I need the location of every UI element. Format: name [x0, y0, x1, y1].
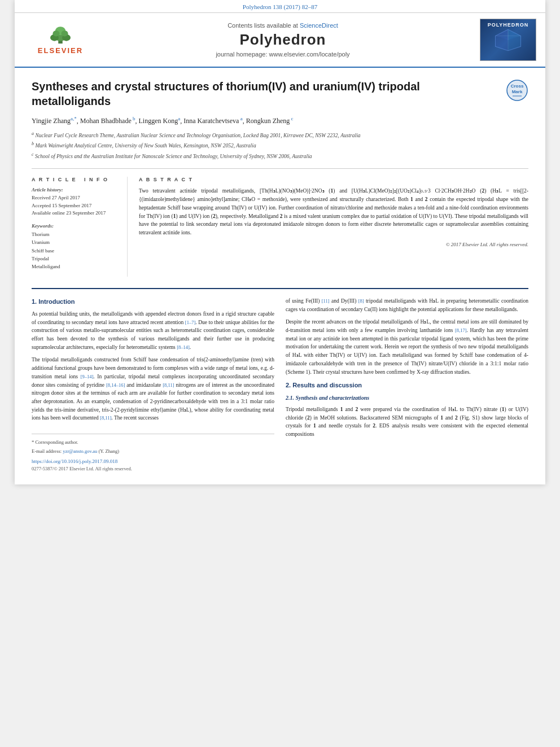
introduction-heading: 1. Introduction — [32, 297, 274, 307]
journal-cover-image: POLYHEDRON — [480, 19, 536, 61]
elsevier-label: ELSEVIER — [38, 46, 83, 55]
journal-volume-pages: Polyhedron 138 (2017) 82–87 — [243, 3, 317, 10]
doi-link[interactable]: https://doi.org/10.1016/j.poly.2017.09.0… — [32, 458, 274, 466]
footnote-section: * Corresponding author. E-mail address: … — [32, 434, 274, 473]
article-info-column: A R T I C L E I N F O Article history: R… — [32, 177, 128, 276]
abstract-text: Two tetravalent actinide tripodal metall… — [139, 187, 528, 237]
intro-para-2: The tripodal metalloligands constructed … — [32, 356, 274, 422]
main-body: 1. Introduction As potential building un… — [32, 288, 528, 473]
info-abstract-section: A R T I C L E I N F O Article history: R… — [32, 168, 528, 276]
keyword-tripodal: Tripodal — [32, 255, 119, 263]
intro-para-1: As potential building units, the metallo… — [32, 310, 274, 352]
article-page: Polyhedron 138 (2017) 82–87 ELSEVIER Con… — [15, 0, 545, 484]
abstract-label: A B S T R A C T — [139, 177, 528, 182]
results-heading: 2. Results and discussion — [286, 381, 528, 390]
crossmark-badge: Cross Mark — [506, 79, 528, 102]
svg-text:Mark: Mark — [512, 89, 523, 94]
keywords-list: Thorium Uranium Schiff base Tripodal Met… — [32, 230, 119, 271]
keyword-metalloligand: Metalloligand — [32, 263, 119, 270]
left-column: 1. Introduction As potential building un… — [32, 297, 274, 473]
elsevier-logo: ELSEVIER — [32, 24, 89, 55]
journal-header: ELSEVIER Contents lists available at Sci… — [15, 13, 545, 68]
abstract-copyright: © 2017 Elsevier Ltd. All rights reserved… — [139, 242, 528, 247]
history-label: Article history: — [32, 187, 119, 193]
intro-continuation-para: of using Fe(III) [11] and Dy(III) [8] tr… — [286, 297, 528, 313]
keyword-uranium: Uranium — [32, 238, 119, 246]
article-title-section: Syntheses and crystal structures of thor… — [32, 79, 528, 108]
article-title: Syntheses and crystal structures of thor… — [32, 79, 500, 108]
synthesis-subheading: 2.1. Synthesis and characterizations — [286, 394, 528, 403]
keywords-group: Keywords: Thorium Uranium Schiff base Tr… — [32, 223, 119, 271]
keywords-label: Keywords: — [32, 223, 119, 229]
sciencedirect-link[interactable]: ScienceDirect — [300, 22, 338, 29]
corresponding-author-note: * Corresponding author. — [32, 439, 274, 446]
keyword-thorium: Thorium — [32, 230, 119, 238]
journal-title-area: Contents lists available at ScienceDirec… — [97, 22, 469, 58]
journal-name: Polyhedron — [239, 31, 326, 49]
svg-point-5 — [53, 30, 60, 36]
journal-citation: Polyhedron 138 (2017) 82–87 — [15, 0, 545, 13]
elsevier-tree-icon — [43, 25, 77, 45]
email-footnote: E-mail address: yzr@ansto.gov.au (Y. Zha… — [32, 448, 274, 455]
journal-cover-area: POLYHEDRON — [469, 19, 536, 61]
publisher-logo-area: ELSEVIER — [24, 24, 97, 55]
authors-line: Yingjie Zhanga,*, Mohan Bhadbhade b, Lin… — [32, 115, 528, 126]
affiliation-b: b Mark Wainwright Analytical Centre, Uni… — [32, 141, 528, 150]
abstract-column: A B S T R A C T Two tetravalent actinide… — [139, 177, 528, 276]
journal-homepage: journal homepage: www.elsevier.com/locat… — [216, 51, 349, 58]
svg-point-6 — [62, 30, 68, 36]
article-info-label: A R T I C L E I N F O — [32, 177, 119, 182]
synthesis-para-1: Tripodal metalloligands 1 and 2 were pre… — [286, 405, 528, 439]
email-link[interactable]: yzr@ansto.gov.au — [63, 448, 97, 454]
right-column: of using Fe(III) [11] and Dy(III) [8] tr… — [286, 297, 528, 473]
keyword-schiff: Schiff base — [32, 247, 119, 255]
received-date: Received 27 April 2017 Accepted 15 Septe… — [32, 194, 119, 217]
article-history: Article history: Received 27 April 2017 … — [32, 187, 119, 217]
svg-text:Cross: Cross — [511, 84, 524, 89]
sciencedirect-line: Contents lists available at ScienceDirec… — [228, 22, 338, 29]
copyright-notice: 0277-5387/© 2017 Elsevier Ltd. All right… — [32, 465, 274, 473]
affiliation-c: c School of Physics and the Australian I… — [32, 151, 528, 160]
cover-polyhedron-icon — [491, 26, 525, 54]
affiliations: a Nuclear Fuel Cycle Research Theme, Aus… — [32, 130, 528, 160]
intro-para-3: Despite the recent advances on the tripo… — [286, 318, 528, 376]
affiliation-a: a Nuclear Fuel Cycle Research Theme, Aus… — [32, 130, 528, 139]
article-content: Syntheses and crystal structures of thor… — [15, 68, 545, 484]
